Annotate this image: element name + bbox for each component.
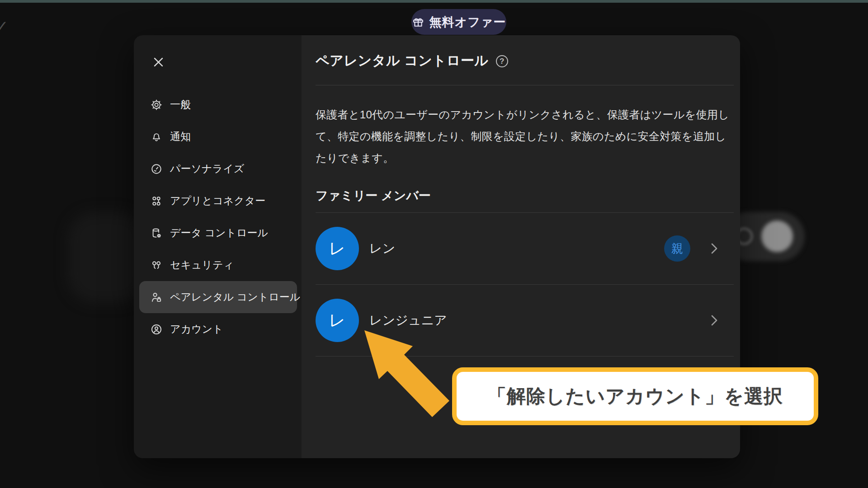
sidebar-item-label: ペアレンタル コントロール <box>170 290 300 304</box>
avatar: レ <box>316 227 359 270</box>
sidebar-item-label: アカウント <box>170 322 223 336</box>
close-icon <box>152 56 165 68</box>
sidebar-item-label: 通知 <box>170 130 191 144</box>
avatar: レ <box>316 299 359 342</box>
sidebar-item-label: パーソナライズ <box>170 162 244 176</box>
sidebar-item-security[interactable]: セキュリティ <box>139 249 297 281</box>
annotation-callout: 「解除したいアカウント」を選択 <box>452 367 818 425</box>
background-checkmark: ✓ <box>0 17 9 35</box>
chevron-right-icon <box>710 241 718 256</box>
member-name: レンジュニア <box>369 312 447 329</box>
close-button[interactable] <box>151 54 166 70</box>
gift-icon <box>412 16 425 28</box>
sidebar-item-personalize[interactable]: パーソナライズ <box>139 153 297 185</box>
sidebar-item-label: データ コントロール <box>170 226 268 240</box>
free-offer-label: 無料オファー <box>429 14 506 30</box>
sidebar-item-parental-controls[interactable]: ペアレンタル コントロール <box>139 281 297 313</box>
sidebar-item-notifications[interactable]: 通知 <box>139 121 297 153</box>
member-row-teen[interactable]: レ レンジュニア <box>316 285 734 357</box>
top-teal-bar <box>0 0 868 3</box>
sidebar-nav: 一般 通知 パーソ <box>139 89 297 345</box>
member-name: レン <box>369 240 395 257</box>
parent-role-badge: 親 <box>664 235 690 262</box>
background-dimmed-shape <box>68 212 145 303</box>
bell-icon <box>150 131 163 143</box>
personalize-icon <box>150 163 163 175</box>
gear-icon <box>150 99 163 111</box>
family-member-list: レ レン 親 レ レンジュニア <box>316 212 734 357</box>
help-icon[interactable]: ? <box>496 55 508 67</box>
title-divider <box>316 85 734 85</box>
chevron-right-icon <box>710 313 718 328</box>
page-title: ペアレンタル コントロール <box>316 52 489 70</box>
sidebar-item-label: アプリとコネクター <box>170 194 265 208</box>
keys-icon <box>150 259 163 272</box>
family-members-heading: ファミリー メンバー <box>316 188 734 204</box>
database-gear-icon <box>150 227 163 239</box>
sidebar-item-label: 一般 <box>170 98 191 112</box>
settings-sidebar: 一般 通知 パーソ <box>134 35 302 458</box>
page-title-row: ペアレンタル コントロール ? <box>316 52 734 70</box>
free-offer-button[interactable]: 無料オファー <box>411 9 506 35</box>
sidebar-item-account[interactable]: アカウント <box>139 313 297 345</box>
person-lock-icon <box>150 291 163 304</box>
sidebar-item-general[interactable]: 一般 <box>139 89 297 121</box>
connectors-icon <box>150 195 163 207</box>
sidebar-item-apps-connectors[interactable]: アプリとコネクター <box>139 185 297 217</box>
person-circle-icon <box>150 323 163 336</box>
annotation-callout-text: 「解除したいアカウント」を選択 <box>487 384 783 409</box>
member-row-parent[interactable]: レ レン 親 <box>316 213 734 285</box>
sidebar-item-label: セキュリティ <box>170 258 234 272</box>
sidebar-item-data-controls[interactable]: データ コントロール <box>139 217 297 249</box>
background-toggle-knob <box>761 221 793 252</box>
parental-controls-description: 保護者と10代のユーザーのアカウントがリンクされると、保護者はツールを使用して、… <box>316 104 734 169</box>
